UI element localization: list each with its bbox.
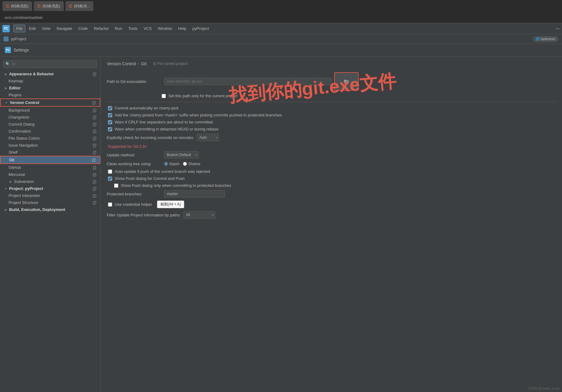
breadcrumb: Version Control › Git ⊟ For current proj…: [107, 61, 556, 66]
menu-project[interactable]: pyProject: [190, 25, 211, 32]
project-bar: pyProject 🌐 selenium: [0, 34, 562, 44]
menu-edit[interactable]: Edit: [27, 25, 38, 32]
copy-icon-shelf: [92, 150, 97, 155]
menu-help[interactable]: Help: [176, 25, 189, 32]
sidebar-item-file-status-colors[interactable]: File Status Colors: [0, 135, 100, 142]
sidebar-item-keymap[interactable]: Keymap: [0, 77, 100, 84]
sidebar-item-project-structure[interactable]: Project Structure: [0, 199, 100, 206]
radio-shelve: Shelve: [183, 162, 200, 166]
show-push-protected-row: Show Push dialog only when committing to…: [114, 183, 556, 188]
sidebar-item-github[interactable]: GitHub: [0, 164, 100, 171]
url-text: -scm.com/download/win: [4, 16, 43, 20]
sidebar-item-background[interactable]: Background: [0, 107, 100, 114]
divider-1: [107, 102, 556, 102]
menu-code[interactable]: Code: [76, 25, 90, 32]
set-path-checkbox[interactable]: [162, 94, 166, 98]
filter-label: Filter Update Project information by pat…: [107, 213, 181, 217]
update-method-select[interactable]: Branch Default Merge Rebase: [164, 151, 199, 159]
check-incoming-label: Explicitly check for incoming commits on…: [107, 135, 194, 140]
menu-vcs[interactable]: VCS: [141, 25, 154, 32]
copy-icon-in: [92, 143, 97, 148]
menu-run[interactable]: Run: [113, 25, 125, 32]
sidebar-item-version-control[interactable]: ▼ Version Control: [0, 98, 100, 107]
c-icon-2: C: [38, 4, 41, 9]
path-row: Path to Git executable:: [107, 72, 556, 91]
menu-file[interactable]: File: [13, 25, 25, 32]
check-incoming-select-wrapper: Auto Always Never: [197, 134, 219, 141]
arrow-appearance: ▶: [4, 72, 8, 76]
set-path-label: Set this path only for the current proje…: [168, 94, 238, 98]
show-push-protected-checkbox[interactable]: [114, 184, 118, 188]
show-push-checkbox[interactable]: [108, 176, 112, 181]
copy-icon-bg: [92, 108, 97, 112]
sidebar-item-issue-navigation[interactable]: Issue Navigation: [0, 142, 100, 149]
arrow-subversion: ▶: [9, 180, 13, 184]
cherry-pick-label: Commit automatically on cherry-pick: [115, 106, 179, 110]
use-credentials-row: Use credential helper 截图(Alt + A): [108, 201, 556, 208]
sidebar-item-editor[interactable]: ▶ Editor: [0, 84, 100, 91]
sidebar-item-mercurial[interactable]: Mercurial: [0, 171, 100, 178]
menu-view[interactable]: View: [39, 25, 53, 32]
file-browse-button[interactable]: [334, 72, 359, 91]
detached-head-label: Warn when committing in detached HEAD or…: [115, 127, 219, 131]
copy-icon-github: [92, 166, 97, 170]
tab-label-2: (63条消息): [43, 4, 60, 9]
show-push-label: Show Push dialog for Commit and Push: [115, 176, 185, 181]
sidebar-item-confirmation[interactable]: Confirmation: [0, 128, 100, 135]
crlf-checkbox[interactable]: [108, 120, 112, 124]
search-input[interactable]: [3, 60, 97, 68]
sidebar-item-build[interactable]: ▶ Build, Execution, Deployment: [0, 206, 100, 213]
sidebar-item-changelists[interactable]: Changelists: [0, 114, 100, 121]
update-method-row: Update method: Branch Default Merge Reba…: [107, 151, 556, 159]
copy-icon-project: [92, 187, 97, 191]
sidebar-label-version-control: Version Control: [10, 100, 91, 105]
detached-head-checkbox[interactable]: [108, 127, 112, 131]
filter-select[interactable]: All Only affected: [183, 211, 215, 219]
search-box[interactable]: 🔍: [3, 60, 97, 68]
sidebar-label-confirmation: Confirmation: [9, 129, 91, 134]
update-method-select-wrapper: Branch Default Merge Rebase: [164, 151, 199, 159]
stash-radio[interactable]: [164, 162, 168, 166]
protected-branches-label: Protected branches:: [107, 192, 162, 196]
cherry-pick-checkbox[interactable]: [108, 106, 112, 110]
sidebar-item-commit-dialog[interactable]: Commit Dialog: [0, 121, 100, 128]
sidebar-label-editor: Editor: [9, 86, 97, 90]
sidebar-item-subversion[interactable]: ▶ Subversion: [0, 178, 100, 185]
use-credentials-checkbox[interactable]: [108, 202, 112, 207]
sidebar-item-shelf[interactable]: Shelf: [0, 149, 100, 156]
sidebar-item-project-interpreter[interactable]: Project Interpreter: [0, 192, 100, 199]
shelve-label: Shelve: [188, 162, 200, 166]
screenshot-tooltip: 截图(Alt + A): [157, 201, 184, 208]
copy-icon-mercurial: [92, 173, 97, 177]
protected-branches-input[interactable]: [164, 190, 225, 198]
browser-tab-2[interactable]: C (63条消息): [34, 1, 63, 11]
sidebar-item-appearance[interactable]: ▶ Appearance & Behavior: [0, 70, 100, 77]
supported-text: Supported for Git 2.9+: [108, 144, 556, 149]
auto-update-checkbox[interactable]: [108, 169, 112, 174]
browser-tab-3[interactable]: C (63条消...: [66, 1, 93, 11]
csdn-watermark: CSDN @Xpete_huan: [528, 387, 560, 390]
menu-window[interactable]: Window: [156, 25, 174, 32]
sidebar-item-git[interactable]: Git: [0, 156, 100, 164]
ide-logo: PC: [2, 25, 10, 32]
filter-select-wrapper: All Only affected: [183, 211, 215, 219]
menu-refactor[interactable]: Refactor: [91, 25, 111, 32]
browser-tab-1[interactable]: C (63条消息): [2, 1, 32, 11]
menu-tools[interactable]: Tools: [126, 25, 140, 32]
clean-working-label: Clean working tree using:: [107, 162, 162, 166]
hash-suffix-checkbox[interactable]: [108, 113, 112, 117]
copy-icon-conf: [92, 129, 97, 134]
path-input[interactable]: [164, 78, 332, 85]
search-icon: 🔍: [5, 62, 10, 66]
menu-navigate[interactable]: Navigate: [54, 25, 74, 32]
copy-icon-subversion: [92, 180, 97, 184]
shelve-radio[interactable]: [183, 162, 187, 166]
sidebar-item-plugins[interactable]: Plugins: [0, 91, 100, 98]
content-area: Version Control › Git ⊟ For current proj…: [101, 56, 562, 392]
sidebar-item-project[interactable]: ▼ Project: pyProject: [0, 185, 100, 192]
check-incoming-select[interactable]: Auto Always Never: [197, 134, 219, 141]
svg-rect-33: [344, 80, 346, 81]
sidebar-label-keymap: Keymap: [9, 79, 97, 83]
project-bar-name: pyProject: [11, 37, 26, 41]
window-close-btn[interactable]: —: [556, 26, 560, 31]
